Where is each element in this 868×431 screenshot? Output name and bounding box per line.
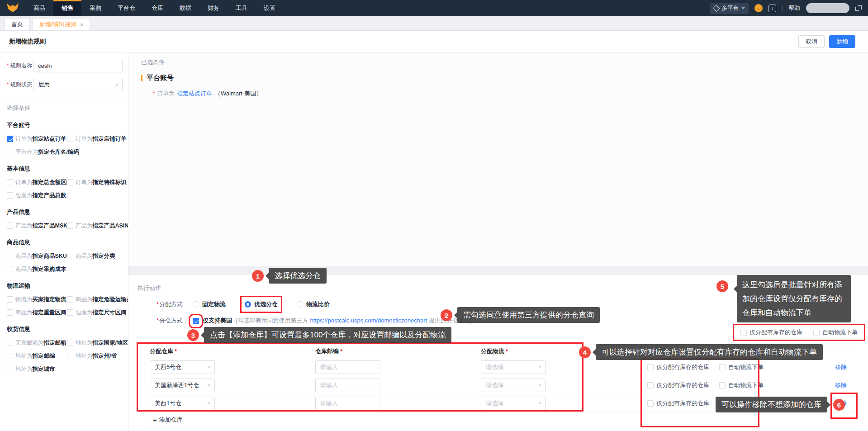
cond-zipcode[interactable]: 地址为指定邮编	[7, 352, 67, 360]
checkbox[interactable]	[7, 340, 13, 346]
nav-item-platform-warehouse[interactable]: 平台仓	[109, 0, 143, 16]
cond-buyer-logistics[interactable]: 物流为买家指定物流	[7, 296, 67, 303]
nav-item-sales[interactable]: 销售	[53, 0, 81, 16]
remove-link[interactable]: 移除	[835, 382, 847, 388]
cond-site-order[interactable]: 订单为指定站点订单	[7, 135, 67, 142]
checkbox[interactable]	[7, 309, 13, 316]
bulk-auto-logistics-checkbox[interactable]: 自动物流下单	[813, 328, 858, 336]
usps-zonechart-link[interactable]: https://postcalc.usps.com/domesticzonech…	[310, 317, 427, 324]
rule-status-select[interactable]: 启用	[33, 78, 123, 91]
cond-platform-warehouse[interactable]: 平台仓为指定仓库名/编码	[7, 148, 79, 156]
us-only-checkbox[interactable]	[193, 318, 199, 324]
nav-item-products[interactable]: 商品	[25, 0, 53, 16]
zip-input[interactable]	[315, 379, 380, 392]
cond-product-count[interactable]: 包裹为指定产品总数	[7, 192, 66, 199]
checkbox[interactable]	[67, 309, 73, 316]
fullscreen-icon[interactable]	[855, 5, 862, 11]
platform-switcher[interactable]: 多平台	[710, 3, 749, 14]
tab-home[interactable]: 首页	[5, 18, 30, 30]
checkbox[interactable]	[67, 253, 73, 259]
close-icon[interactable]	[80, 22, 84, 28]
checkbox[interactable]	[7, 192, 13, 199]
row-auto-logistics-checkbox[interactable]: 自动物流下单	[719, 381, 764, 389]
cancel-button[interactable]: 取消	[798, 35, 825, 48]
help-link[interactable]: 帮助	[788, 4, 800, 12]
cond-asin[interactable]: 产品为指定产品ASIN	[67, 222, 128, 229]
add-warehouse-button[interactable]: 添加仓库	[146, 412, 856, 427]
checkbox[interactable]	[719, 364, 726, 370]
app-logo[interactable]	[0, 0, 25, 16]
checkbox[interactable]	[7, 223, 13, 229]
radio-fixed-logistics[interactable]: 固定物流	[193, 300, 226, 308]
bulk-only-stock-checkbox[interactable]: 仅分配有库存的仓库	[740, 328, 802, 336]
cond-buyer-email[interactable]: 买家邮箱为指定邮箱	[7, 339, 67, 346]
checkbox[interactable]	[67, 179, 73, 185]
nav-item-settings[interactable]: 设置	[256, 0, 284, 16]
checkbox[interactable]	[647, 364, 654, 370]
site-order-link[interactable]: 指定站点订单	[177, 90, 212, 97]
cond-purchase-cost[interactable]: 商品为指定采购成本	[7, 265, 66, 273]
cond-special-flag[interactable]: 订单为指定特殊标识	[67, 179, 127, 186]
checkbox[interactable]	[7, 296, 13, 303]
checkbox[interactable]	[740, 330, 747, 336]
nav-item-warehouse[interactable]: 仓库	[143, 0, 171, 16]
row-only-stock-checkbox[interactable]: 仅分配有库存的仓库	[647, 399, 709, 407]
zip-input[interactable]	[315, 360, 380, 374]
submit-button[interactable]: 新增	[829, 35, 855, 48]
nav-item-data[interactable]: 数据	[171, 0, 199, 16]
cond-city[interactable]: 地址为指定城市	[7, 365, 55, 373]
logistics-select[interactable]: 请选择	[481, 379, 546, 392]
tab-edit-rule[interactable]: 新增/编辑规则	[33, 18, 90, 30]
cond-goods-sku[interactable]: 商品为指定商品SKU	[7, 252, 67, 260]
cond-size-range[interactable]: 包裹为指定尺寸区间	[67, 309, 127, 316]
cond-dangerous-goods[interactable]: 商品为指定危险运输品	[67, 296, 128, 303]
warehouse-select[interactable]: 美西5号仓	[150, 360, 215, 374]
checkbox[interactable]	[647, 400, 654, 407]
remove-link[interactable]: 移除	[835, 364, 847, 370]
radio-selected-icon[interactable]	[245, 301, 251, 308]
row-auto-logistics-checkbox[interactable]: 自动物流下单	[719, 399, 764, 407]
cond-category[interactable]: 商品为指定分类	[67, 252, 115, 260]
logistics-select[interactable]: 请选择	[481, 360, 546, 374]
row-auto-logistics-checkbox[interactable]: 自动物流下单	[719, 363, 764, 371]
zip-input[interactable]	[315, 397, 380, 410]
user-account-blurred[interactable]	[806, 3, 849, 13]
cond-shop-order[interactable]: 订单为指定店铺订单	[67, 135, 127, 142]
checkbox[interactable]	[7, 353, 13, 359]
warehouse-select[interactable]: 美国新泽西1号仓	[150, 379, 215, 392]
checkbox[interactable]	[7, 149, 13, 155]
checkbox[interactable]	[7, 366, 13, 372]
checkbox-checked[interactable]	[7, 136, 13, 142]
download-icon[interactable]	[768, 5, 776, 12]
row-only-stock-checkbox[interactable]: 仅分配有库存的仓库	[647, 363, 709, 371]
checkbox[interactable]	[7, 253, 13, 259]
checkbox[interactable]	[7, 266, 13, 272]
checkbox[interactable]	[647, 382, 654, 388]
warehouse-select[interactable]: 美西1号仓	[150, 397, 215, 410]
rule-name-input[interactable]	[33, 59, 123, 72]
radio-icon[interactable]	[297, 301, 303, 308]
logistics-select[interactable]: 请选择	[481, 397, 546, 410]
cond-weight-range[interactable]: 商品为指定重量区间	[7, 309, 67, 316]
cond-state[interactable]: 地址为指定州/省	[67, 352, 117, 360]
radio-logistics-compare[interactable]: 物流比价	[297, 300, 330, 308]
nav-item-tools[interactable]: 工具	[228, 0, 256, 16]
checkbox[interactable]	[7, 179, 13, 185]
radio-icon[interactable]	[193, 301, 199, 308]
cond-amount-range[interactable]: 订单为指定总金额区间	[7, 179, 67, 186]
checkbox[interactable]	[813, 330, 820, 336]
nav-item-purchase[interactable]: 采购	[81, 0, 109, 16]
row-only-stock-checkbox[interactable]: 仅分配有库存的仓库	[647, 381, 709, 389]
cond-country[interactable]: 地址为指定国家/地区	[67, 339, 128, 346]
nav-item-finance[interactable]: 财务	[199, 0, 228, 16]
checkbox[interactable]	[67, 340, 73, 346]
cond-msku[interactable]: 产品为指定产品MSKU	[7, 222, 67, 229]
assistant-icon[interactable]	[754, 4, 763, 12]
checkbox[interactable]	[67, 223, 73, 229]
checkbox[interactable]	[719, 382, 726, 388]
checkbox[interactable]	[67, 136, 73, 142]
radio-preferred-warehouse[interactable]: 优选分仓	[245, 300, 278, 308]
checkbox[interactable]	[67, 296, 73, 303]
checkbox[interactable]	[67, 353, 73, 359]
checkbox[interactable]	[719, 400, 726, 407]
